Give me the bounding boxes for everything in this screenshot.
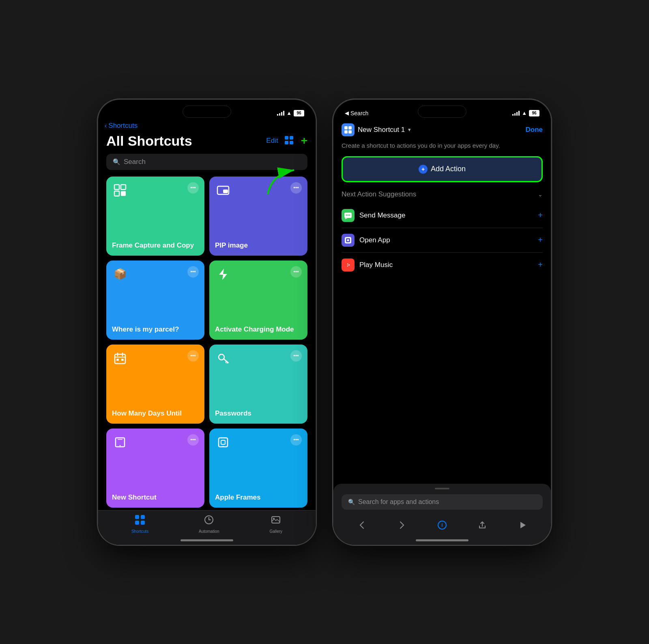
signal-bars-left <box>277 111 284 116</box>
shortcut-card-charging[interactable]: ••• Activate Charging Mode <box>209 261 307 340</box>
shortcut-card-parcel[interactable]: 📦 ••• Where is my parcel? <box>106 261 204 340</box>
suggestions-header[interactable]: Next Action Suggestions ⌄ <box>342 190 543 203</box>
tab-automation[interactable]: Automation <box>199 515 219 535</box>
sig-bar-3 <box>516 112 518 116</box>
shortcut-card-apple-frames[interactable]: ••• Apple Frames <box>209 429 307 508</box>
svg-rect-24 <box>141 515 145 519</box>
svg-rect-1 <box>114 185 119 190</box>
home-indicator-right <box>416 539 468 541</box>
more-button-new[interactable]: ••• <box>187 434 199 446</box>
suggestions-chevron-icon: ⌄ <box>538 191 543 198</box>
edit-button[interactable]: Edit <box>266 137 278 145</box>
grid-dot <box>290 141 293 144</box>
shortcut-card-pip[interactable]: ••• PIP image <box>209 177 307 256</box>
more-button-parcel[interactable]: ••• <box>187 266 199 278</box>
card-label-frame-capture: Frame Capture and Copy <box>112 241 199 250</box>
play-music-icon <box>342 258 355 271</box>
done-button[interactable]: Done <box>526 126 543 134</box>
svg-rect-6 <box>223 190 228 193</box>
add-shortcut-button[interactable]: + <box>301 135 307 146</box>
svg-point-42 <box>347 264 349 266</box>
more-button-passwords[interactable]: ••• <box>290 350 302 362</box>
play-music-label: Play Music <box>359 261 538 269</box>
phone-left: 16:42 ▲ 96 ‹ Shortcuts All Shortcuts <box>97 99 316 545</box>
bottom-sheet: 🔍 Search for apps and actions <box>333 484 551 545</box>
shortcut-card-new[interactable]: ••• New Shortcut <box>106 429 204 508</box>
shortcut-dropdown-chevron[interactable]: ▾ <box>408 127 411 133</box>
search-bar-container: 🔍 Search <box>98 152 316 174</box>
suggestion-item-open-app[interactable]: Open App + <box>342 228 543 253</box>
svg-marker-45 <box>520 522 526 528</box>
tab-gallery[interactable]: Gallery <box>269 515 282 535</box>
more-button-frame-capture[interactable]: ••• <box>187 182 199 194</box>
sheet-handle <box>435 488 449 489</box>
sheet-back-button[interactable] <box>354 517 370 533</box>
more-button-charging[interactable]: ••• <box>290 266 302 278</box>
sheet-play-button[interactable] <box>514 517 531 533</box>
grid-dot <box>290 136 293 140</box>
card-label-pip: PIP image <box>215 241 302 250</box>
sheet-share-button[interactable] <box>474 517 490 533</box>
more-button-pip[interactable]: ••• <box>290 182 302 194</box>
pip-icon <box>215 182 231 198</box>
add-action-button[interactable]: + Add Action <box>342 156 543 182</box>
card-label-frames: Apple Frames <box>215 493 302 502</box>
sheet-info-button[interactable]: i <box>434 517 450 533</box>
suggestions-title: Next Action Suggestions <box>342 190 416 198</box>
svg-point-40 <box>347 239 349 241</box>
status-back-right[interactable]: ◀ Search <box>345 110 368 116</box>
battery-right: 96 <box>529 110 539 116</box>
open-app-add-button[interactable]: + <box>538 235 543 245</box>
card-top-charging: ••• <box>215 266 302 282</box>
sheet-forward-button[interactable] <box>394 517 410 533</box>
signal-bar-2 <box>279 113 280 116</box>
add-action-plus-icon: + <box>419 165 428 174</box>
phone-icon <box>112 434 128 450</box>
suggestion-item-send-message[interactable]: Send Message + <box>342 203 543 228</box>
search-bar-left[interactable]: 🔍 Search <box>106 154 307 170</box>
svg-rect-21 <box>221 440 225 444</box>
svg-text:i: i <box>441 522 443 528</box>
frame-capture-icon <box>112 182 128 198</box>
svg-rect-23 <box>135 515 139 519</box>
shortcuts-grid: ••• Frame Capture and Copy ••• <box>98 174 316 510</box>
page-title-left: All Shortcuts <box>106 133 192 149</box>
shortcut-card-frame-capture[interactable]: ••• Frame Capture and Copy <box>106 177 204 256</box>
shortcut-card-days[interactable]: ••• How Many Days Until <box>106 345 204 424</box>
sig-bar-1 <box>512 114 514 116</box>
svg-rect-33 <box>348 130 352 134</box>
search-icon-left: 🔍 <box>113 158 120 166</box>
card-label-days: How Many Days Until <box>112 409 199 418</box>
shortcut-app-icon <box>342 123 355 136</box>
card-top-parcel: 📦 ••• <box>112 266 199 282</box>
play-music-add-button[interactable]: + <box>538 260 543 269</box>
sheet-actions-row: i <box>342 515 543 536</box>
search-placeholder-left: Search <box>124 158 146 166</box>
svg-point-22 <box>223 446 224 447</box>
tab-gallery-label: Gallery <box>269 529 282 534</box>
svg-rect-4 <box>121 191 126 196</box>
signal-bar-3 <box>281 112 282 116</box>
send-message-add-button[interactable]: + <box>538 211 543 220</box>
svg-point-36 <box>348 214 349 215</box>
sheet-search-bar[interactable]: 🔍 Search for apps and actions <box>342 494 543 510</box>
grid-view-button[interactable] <box>285 136 294 146</box>
wifi-icon-right: ▲ <box>522 110 527 116</box>
back-nav-left[interactable]: ‹ Shortcuts <box>98 121 316 131</box>
open-app-label: Open App <box>359 236 538 244</box>
wifi-icon-left: ▲ <box>286 110 292 116</box>
svg-point-18 <box>120 445 121 446</box>
more-button-days[interactable]: ••• <box>187 350 199 362</box>
svg-rect-25 <box>135 521 139 525</box>
back-label-left[interactable]: Shortcuts <box>108 122 138 130</box>
svg-point-29 <box>273 518 275 519</box>
card-top-days: ••• <box>112 350 199 366</box>
shortcut-title-area[interactable]: New Shortcut 1 ▾ <box>342 123 411 136</box>
more-button-frames[interactable]: ••• <box>290 434 302 446</box>
shortcut-header: New Shortcut 1 ▾ Done <box>333 121 551 141</box>
shortcut-card-passwords[interactable]: ••• Passwords <box>209 345 307 424</box>
suggestion-item-play-music[interactable]: Play Music + <box>342 253 543 277</box>
calendar-icon <box>112 350 128 366</box>
tab-shortcuts[interactable]: Shortcuts <box>131 515 148 535</box>
back-chevron-right: ◀ <box>345 110 349 116</box>
